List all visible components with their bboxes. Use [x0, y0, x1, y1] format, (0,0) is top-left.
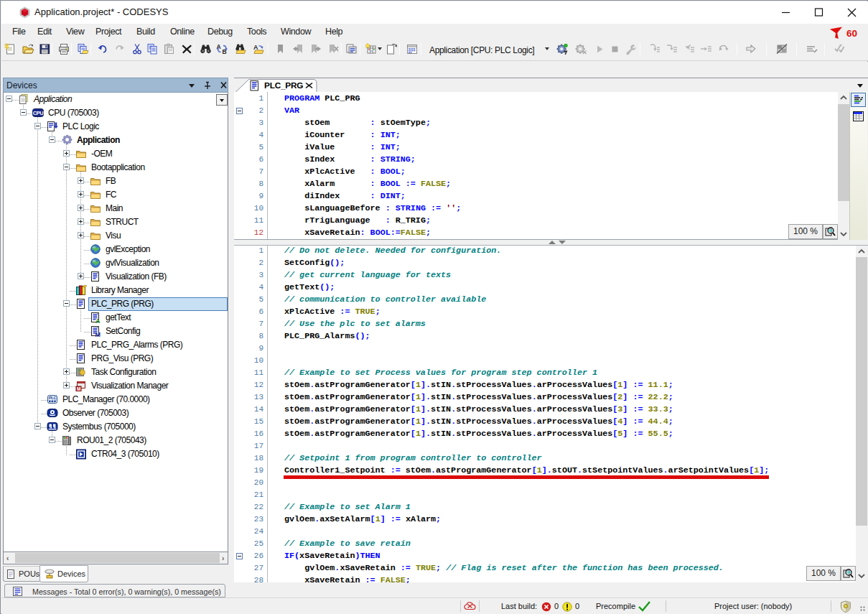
svg-text:A: A	[253, 44, 258, 51]
svg-text:M: M	[95, 331, 101, 338]
svg-text:60: 60	[846, 28, 857, 39]
svg-text:CPU: CPU	[33, 110, 43, 116]
svg-text:PLC: PLC	[49, 396, 57, 400]
svg-text:A: A	[95, 317, 101, 324]
svg-text:M: M	[77, 386, 80, 391]
